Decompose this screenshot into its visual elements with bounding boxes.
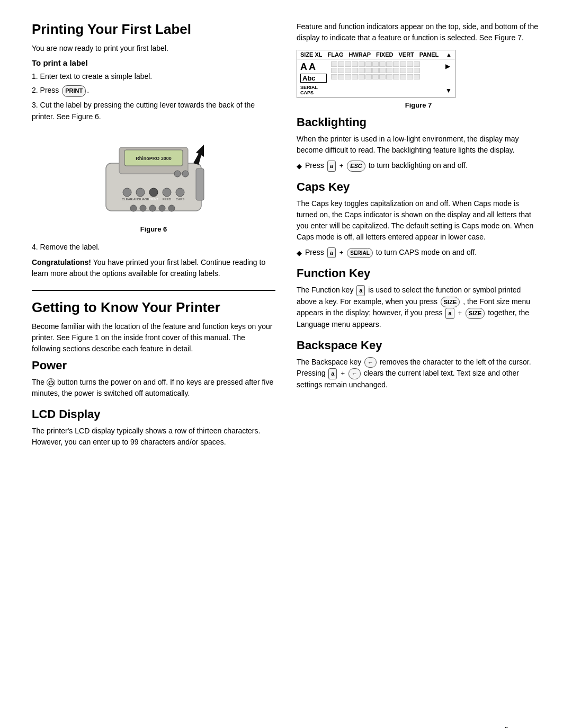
- caps-key-title: Caps Key: [297, 180, 540, 194]
- svg-point-4: [123, 188, 131, 197]
- svg-text:LANGUAGE: LANGUAGE: [131, 198, 149, 201]
- svg-point-15: [140, 205, 146, 211]
- caps-key-bullet: ◆ Press a + SERIAL to turn CAPS mode on …: [297, 247, 540, 259]
- power-section: Power The ⏻ button turns the power on an…: [32, 359, 275, 399]
- steps-list: 1. Enter text to create a simple label. …: [32, 70, 275, 123]
- fn-key-function: a: [356, 285, 365, 296]
- getting-title: Getting to Know Your Printer: [32, 290, 275, 316]
- size-key2: SIZE: [466, 308, 485, 319]
- printing-title: Printing Your First Label: [32, 21, 275, 38]
- printing-intro: You are now ready to print your first la…: [32, 43, 275, 54]
- getting-intro: Become familiar with the location of the…: [32, 321, 275, 354]
- header-vert: VERT: [398, 51, 414, 58]
- svg-point-14: [130, 205, 137, 211]
- diamond-icon: ◆: [297, 161, 302, 172]
- svg-point-19: [174, 171, 181, 177]
- display-body: AA Abc SERIAL CAPS: [297, 59, 455, 97]
- backspace-key-section: Backspace Key The Backspace key ← remove…: [297, 339, 540, 390]
- svg-point-8: [176, 188, 184, 197]
- figure6-label: Figure 6: [32, 225, 275, 233]
- backlighting-section: Backlighting When the printer is used in…: [297, 116, 540, 172]
- svg-point-16: [149, 205, 156, 211]
- svg-point-20: [182, 171, 189, 177]
- printing-section: Printing Your First Label You are now re…: [32, 21, 275, 279]
- power-title: Power: [32, 359, 275, 372]
- step-2: 2. Press PRINT.: [32, 84, 275, 97]
- backspace-key-title: Backspace Key: [297, 339, 540, 352]
- serial-key: SERIAL: [347, 248, 373, 258]
- lcd-section: LCD Display The printer's LCD display ty…: [32, 407, 275, 448]
- header-panel: PANEL: [419, 51, 439, 58]
- esc-key: ESC: [347, 161, 365, 172]
- print-key: PRINT: [62, 85, 86, 97]
- svg-text:PRINT: PRINT: [149, 198, 158, 201]
- backspace-key-text: The Backspace key ← removes the characte…: [297, 357, 540, 390]
- lcd-title: LCD Display: [32, 407, 275, 421]
- size-key: SIZE: [441, 297, 460, 308]
- display-figure: SIZE XL FLAG HWRAP FIXED VERT PANEL ▲ AA…: [297, 50, 455, 98]
- svg-point-5: [136, 188, 145, 197]
- congrats-text: Congratulations! You have printed your f…: [32, 257, 275, 279]
- lcd-text: The printer's LCD display typically show…: [32, 425, 275, 448]
- fn-key-backlighting: a: [327, 161, 336, 172]
- back-key: ←: [364, 357, 377, 368]
- display-header: SIZE XL FLAG HWRAP FIXED VERT PANEL ▲: [297, 50, 455, 59]
- display-abc: Abc: [300, 74, 327, 83]
- step-4: 4. Remove the label.: [32, 242, 275, 253]
- figure-6-container: RhinoPRO 3000 CLEAR LANGUAGE PRINT FEED …: [32, 131, 275, 233]
- header-fixed: FIXED: [376, 51, 393, 58]
- getting-section: Getting to Know Your Printer Become fami…: [32, 290, 275, 448]
- svg-rect-22: [196, 168, 204, 200]
- header-size-xl: SIZE XL: [300, 51, 323, 58]
- step-3: 3. Cut the label by pressing the cutting…: [32, 99, 275, 123]
- power-icon: ⏻: [47, 378, 55, 387]
- svg-text:FEED: FEED: [163, 198, 172, 201]
- function-key-section: Function Key The Function key a is used …: [297, 267, 540, 330]
- diamond-icon-caps: ◆: [297, 248, 302, 259]
- fn-key-function2: a: [445, 308, 454, 319]
- display-intro: Feature and function indicators appear o…: [297, 21, 540, 43]
- display-aa: AA: [300, 61, 327, 73]
- power-text: The ⏻ button turns the power on and off.…: [32, 377, 275, 399]
- backlighting-bullet-text: Press a + ESC to turn backlighting on an…: [305, 160, 468, 172]
- svg-text:RhinoPRO 3000: RhinoPRO 3000: [136, 156, 172, 161]
- step-1: 1. Enter text to create a simple label.: [32, 70, 275, 82]
- fn-key-caps: a: [327, 247, 336, 259]
- svg-point-6: [149, 188, 158, 197]
- display-grid: [331, 61, 441, 95]
- function-key-title: Function Key: [297, 267, 540, 280]
- back-key2: ←: [348, 368, 361, 379]
- backlighting-title: Backlighting: [297, 116, 540, 129]
- display-left-panel: AA Abc SERIAL CAPS: [300, 61, 327, 95]
- figure7-container: SIZE XL FLAG HWRAP FIXED VERT PANEL ▲ AA…: [297, 50, 540, 109]
- svg-point-7: [163, 188, 171, 197]
- printer-svg: RhinoPRO 3000 CLEAR LANGUAGE PRINT FEED …: [90, 131, 217, 221]
- fn-key-backspace: a: [328, 368, 337, 379]
- caps-key-section: Caps Key The Caps key toggles capitaliza…: [297, 180, 540, 259]
- backlighting-text: When the printer is used in a low-light …: [297, 134, 540, 156]
- figure7-label: Figure 7: [297, 101, 540, 109]
- svg-text:CAPS: CAPS: [176, 198, 184, 201]
- backlighting-bullet: ◆ Press a + ESC to turn backlighting on …: [297, 160, 540, 172]
- arrow-up: ▲: [446, 51, 452, 58]
- svg-marker-21: [193, 145, 204, 165]
- function-key-text: The Function key a is used to select the…: [297, 285, 540, 330]
- header-flag: FLAG: [328, 51, 344, 58]
- caps-key-text: The Caps key toggles capitalization on a…: [297, 198, 540, 243]
- svg-point-17: [159, 205, 165, 211]
- display-serial: SERIAL CAPS: [300, 85, 327, 95]
- page-number: 5: [505, 725, 508, 728]
- to-print-label-heading: To print a label: [32, 58, 275, 67]
- caps-bullet-text: Press a + SERIAL to turn CAPS mode on an…: [305, 247, 477, 259]
- display-arrow-right: ▶ ▼: [445, 61, 452, 95]
- svg-point-18: [168, 205, 175, 211]
- header-hwrap: HWRAP: [349, 51, 371, 58]
